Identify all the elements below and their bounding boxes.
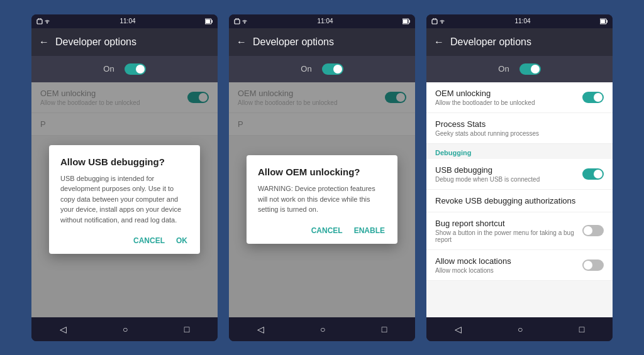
dialog-title-2: Allow OEM unlocking?	[258, 167, 386, 177]
oem-desc-3: Allow the bootloader to be unlocked	[435, 99, 577, 106]
dialog-overlay-1: Allow USB debugging? USB debugging is in…	[31, 82, 218, 317]
developer-toggle-2[interactable]	[322, 63, 343, 75]
enable-button-2[interactable]: ENABLE	[353, 224, 386, 238]
svg-rect-5	[206, 19, 210, 23]
nav-home-2[interactable]: ○	[320, 324, 325, 334]
usb-debug-dialog: Allow USB debugging? USB debugging is in…	[49, 145, 200, 254]
status-bar-2: 11:04	[229, 14, 415, 28]
developer-toggle-1[interactable]	[125, 63, 146, 75]
nav-home-3[interactable]: ○	[518, 324, 523, 334]
developer-toggle-3[interactable]	[519, 63, 541, 75]
screen-title-2: Developer options	[253, 36, 334, 48]
top-bar-3: ← Developer options	[426, 28, 613, 56]
svg-rect-6	[235, 19, 240, 24]
back-button-1[interactable]: ←	[39, 36, 49, 48]
toggle-row-1: On	[31, 56, 218, 82]
toggle-label-1: On	[103, 64, 114, 74]
oem-unlocking-item-3[interactable]: OEM unlocking Allow the bootloader to be…	[426, 82, 613, 113]
status-right-2	[402, 18, 410, 25]
oem-name-3: OEM unlocking	[435, 89, 577, 98]
sim-icon	[36, 18, 43, 25]
nav-recent-3[interactable]: □	[579, 324, 584, 334]
debugging-section-header: Debugging	[426, 144, 613, 159]
svg-rect-16	[607, 20, 608, 23]
status-left-3	[431, 18, 445, 25]
status-bar-3: 11:04	[426, 14, 613, 28]
settings-list-3: OEM unlocking Allow the bootloader to be…	[426, 82, 613, 281]
mock-locations-desc: Allow mock locations	[435, 267, 577, 274]
sim-icon-2	[234, 18, 240, 25]
status-time-1: 11:04	[119, 18, 135, 25]
nav-bar-1: ◁ ○ □	[31, 317, 218, 341]
status-right-1	[205, 18, 213, 25]
nav-home-1[interactable]: ○	[123, 324, 128, 334]
process-stats-desc: Geeky stats about running processes	[435, 130, 604, 137]
bug-report-item[interactable]: Bug report shortcut Show a button in the…	[426, 212, 613, 250]
svg-rect-4	[212, 20, 213, 23]
content-1: OEM unlocking Allow the bootloader to be…	[31, 82, 218, 317]
wifi-icon-3	[439, 18, 445, 25]
bug-report-name: Bug report shortcut	[435, 219, 577, 228]
dialog-title-1: Allow USB debugging?	[60, 156, 189, 167]
oem-toggle-3[interactable]	[582, 92, 604, 103]
svg-rect-10	[409, 20, 411, 23]
dialog-actions-1: CANCEL OK	[60, 234, 189, 248]
usb-debug-name: USB debugging	[435, 165, 577, 175]
nav-back-1[interactable]: ◁	[60, 324, 67, 334]
dialog-body-1: USB debugging is intended for developmen…	[60, 173, 189, 226]
status-time-3: 11:04	[514, 18, 530, 25]
status-left-1	[36, 18, 50, 25]
sim-icon-3	[431, 18, 438, 25]
status-bar-1: 11:04	[31, 14, 218, 28]
revoke-usb-item[interactable]: Revoke USB debugging authorizations	[426, 190, 613, 212]
toggle-row-2: On	[229, 56, 415, 82]
dialog-actions-2: CANCEL ENABLE	[258, 224, 386, 238]
ok-button-1[interactable]: OK	[175, 234, 189, 248]
phone-3: 11:04 ← Developer options On OEM unlocki…	[426, 14, 613, 341]
wifi-icon	[44, 18, 50, 25]
usb-debug-desc: Debug mode when USB is connected	[435, 176, 577, 183]
toggle-row-3: On	[426, 56, 613, 82]
content-2: OEM unlocking Allow the bootloader to be…	[229, 82, 415, 317]
status-right-3	[600, 18, 608, 25]
usb-debug-item[interactable]: USB debugging Debug mode when USB is con…	[426, 159, 613, 190]
nav-back-2[interactable]: ◁	[257, 324, 264, 334]
process-stats-name: Process Stats	[435, 119, 604, 129]
svg-rect-11	[403, 19, 408, 23]
cancel-button-1[interactable]: CANCEL	[132, 234, 166, 248]
process-stats-item[interactable]: Process Stats Geeky stats about running …	[426, 113, 613, 144]
dialog-body-2: WARNING: Device protection features will…	[258, 183, 386, 215]
nav-recent-2[interactable]: □	[382, 324, 387, 334]
battery-icon-2	[402, 18, 410, 25]
nav-bar-3: ◁ ○ □	[426, 317, 613, 341]
revoke-usb-name: Revoke USB debugging authorizations	[435, 196, 604, 205]
usb-debug-toggle[interactable]	[582, 168, 604, 180]
bug-report-toggle[interactable]	[582, 225, 604, 236]
svg-rect-17	[601, 19, 605, 23]
screen-title-1: Developer options	[55, 36, 136, 48]
nav-back-3[interactable]: ◁	[455, 324, 462, 334]
status-time-2: 11:04	[317, 18, 333, 25]
svg-rect-12	[432, 19, 437, 24]
screen-title-3: Developer options	[450, 36, 531, 48]
wifi-icon-2	[242, 18, 248, 25]
svg-rect-0	[37, 19, 42, 24]
top-bar-1: ← Developer options	[31, 28, 218, 56]
bug-report-desc: Show a button in the power menu for taki…	[435, 229, 577, 243]
battery-icon-1	[205, 18, 213, 25]
top-bar-2: ← Developer options	[229, 28, 415, 56]
mock-locations-item[interactable]: Allow mock locations Allow mock location…	[426, 250, 613, 281]
back-button-2[interactable]: ←	[236, 36, 247, 48]
toggle-label-2: On	[301, 64, 311, 74]
phone-2: 11:04 ← Developer options On OEM unlocki…	[229, 14, 415, 341]
nav-bar-2: ◁ ○ □	[229, 317, 415, 341]
nav-recent-1[interactable]: □	[184, 324, 189, 334]
content-3: OEM unlocking Allow the bootloader to be…	[426, 82, 613, 317]
battery-icon-3	[600, 18, 608, 25]
dialog-overlay-2: Allow OEM unlocking? WARNING: Device pro…	[229, 82, 415, 317]
mock-locations-toggle[interactable]	[582, 259, 604, 271]
toggle-label-3: On	[498, 64, 509, 74]
back-button-3[interactable]: ←	[434, 36, 444, 48]
mock-locations-name: Allow mock locations	[435, 256, 577, 266]
cancel-button-2[interactable]: CANCEL	[310, 224, 344, 238]
